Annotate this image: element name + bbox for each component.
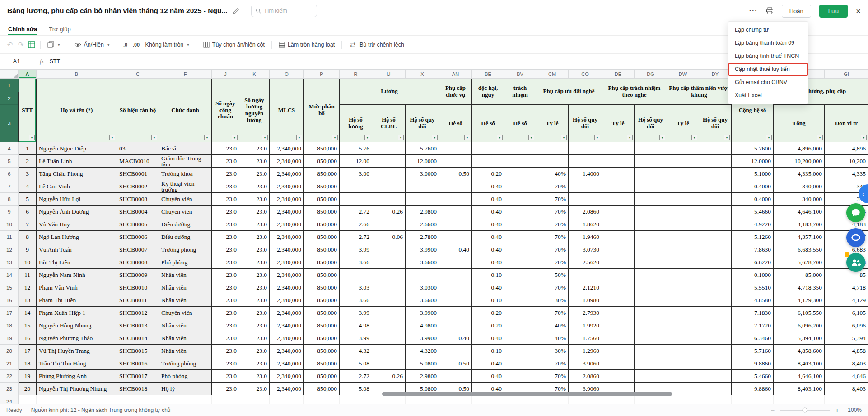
sheet-cell[interactable] xyxy=(699,218,732,231)
sheet-cell[interactable] xyxy=(667,256,699,269)
sheet-cell[interactable] xyxy=(602,307,635,319)
sheet-cell[interactable]: 3.66 xyxy=(340,256,372,269)
select-all-corner[interactable] xyxy=(0,70,19,79)
sheet-cell[interactable] xyxy=(439,206,472,218)
sheet-cell[interactable] xyxy=(667,155,699,168)
sheet-cell[interactable]: 5.7600 xyxy=(732,142,774,155)
sheet-cell[interactable]: 23.0 xyxy=(212,231,239,243)
sheet-cell[interactable] xyxy=(504,243,536,256)
row-header[interactable]: 20 xyxy=(0,345,19,357)
sheet-cell[interactable]: 4.3200 xyxy=(406,345,439,357)
filter-icon[interactable]: ▼ xyxy=(861,135,867,140)
sheet-cell[interactable] xyxy=(699,357,732,370)
sheet-cell[interactable] xyxy=(602,332,635,345)
sheet-header-cell[interactable]: Số hiệu cán bộ▼ xyxy=(117,79,159,142)
sheet-cell[interactable]: 23.0 xyxy=(212,142,239,155)
sheet-cell[interactable]: 9.8860 xyxy=(732,357,774,370)
sheet-cell[interactable]: 0.20 xyxy=(472,307,504,319)
sheet-cell[interactable]: 23.0 xyxy=(239,332,270,345)
sheet-cell[interactable]: 0.40 xyxy=(472,218,504,231)
sheet-group-header[interactable]: Phụ cấp thâm niên vượt khung xyxy=(667,79,732,105)
hide-show-button[interactable]: Ẩn/Hiện ▾ xyxy=(70,38,113,51)
sheet-cell[interactable]: 0.40 xyxy=(472,370,504,383)
sheet-cell[interactable]: 5 xyxy=(19,193,37,206)
sheet-cell[interactable] xyxy=(504,269,536,281)
sheet-cell[interactable] xyxy=(372,319,406,332)
sheet-cell[interactable]: 850,000 xyxy=(304,319,340,332)
sheet-cell[interactable] xyxy=(635,142,667,155)
chat-widget-button[interactable] xyxy=(846,203,865,222)
sheet-cell[interactable] xyxy=(504,231,536,243)
sheet-cell[interactable]: 850,000 xyxy=(304,193,340,206)
sheet-cell[interactable]: 850,000 xyxy=(304,332,340,345)
sheet-cell[interactable] xyxy=(569,142,602,155)
sheet-cell[interactable] xyxy=(699,332,732,345)
sheet-cell[interactable]: 0.40 xyxy=(472,231,504,243)
sheet-cell[interactable]: 3.03 xyxy=(340,281,372,294)
sheet-cell[interactable] xyxy=(667,345,699,357)
row-header[interactable]: 13 xyxy=(0,256,19,269)
sheet-cell[interactable] xyxy=(504,307,536,319)
link-widget-button[interactable] xyxy=(846,228,865,247)
sheet-cell[interactable] xyxy=(635,168,667,180)
sheet-cell[interactable] xyxy=(439,155,472,168)
sheet-cell[interactable]: 850,000 xyxy=(304,256,340,269)
row-header[interactable]: 19 xyxy=(0,332,19,345)
row-header[interactable]: 23 xyxy=(0,383,19,395)
sheet-cell[interactable]: 4,357,100 xyxy=(774,231,825,243)
sheet-cell[interactable]: 2.1210 xyxy=(569,281,602,294)
filter-icon[interactable]: ▼ xyxy=(398,135,404,140)
sheet-header-cell[interactable]: MLCS▼ xyxy=(270,79,304,142)
filter-icon[interactable]: ▼ xyxy=(364,135,370,140)
sheet-cell[interactable]: 850,000 xyxy=(304,231,340,243)
sheet-cell[interactable]: Trưởng phòng xyxy=(159,243,212,256)
sheet-cell[interactable]: SHCB0002 xyxy=(117,180,159,193)
sheet-cell[interactable]: 7.8630 xyxy=(732,243,774,256)
sheet-cell[interactable] xyxy=(439,294,472,307)
sheet-cell[interactable]: 2,340,000 xyxy=(270,370,304,383)
sheet-header-cell[interactable]: Hệ số lương▼ xyxy=(340,105,372,142)
sheet-cell[interactable]: 5.5510 xyxy=(732,281,774,294)
sheet-cell[interactable]: 3.00 xyxy=(340,168,372,180)
sheet-cell[interactable]: 70% xyxy=(536,256,569,269)
sheet-cell[interactable]: 2,340,000 xyxy=(270,206,304,218)
sheet-cell[interactable]: 1.0980 xyxy=(569,294,602,307)
sheet-cell[interactable] xyxy=(504,345,536,357)
sheet-cell[interactable]: 5.0800 xyxy=(406,357,439,370)
sheet-cell[interactable]: 850,000 xyxy=(304,218,340,231)
sheet-cell[interactable]: 40% xyxy=(536,319,569,332)
sheet-cell[interactable]: 7.1830 xyxy=(732,307,774,319)
sheet-cell[interactable]: Chuyên viên xyxy=(159,206,212,218)
sheet-cell[interactable] xyxy=(602,294,635,307)
sheet-cell[interactable]: 340,000 xyxy=(774,180,825,193)
sheet-cell[interactable] xyxy=(536,155,569,168)
sheet-cell[interactable]: 0.50 xyxy=(439,357,472,370)
sheet-cell[interactable] xyxy=(504,218,536,231)
save-button[interactable]: Lưu xyxy=(819,5,848,18)
sheet-cell[interactable]: 2.9800 xyxy=(406,370,439,383)
sheet-cell[interactable] xyxy=(667,206,699,218)
sheet-cell[interactable]: 12.0000 xyxy=(732,155,774,168)
row-header[interactable]: 11 xyxy=(0,231,19,243)
sheet-cell[interactable] xyxy=(602,231,635,243)
sheet-cell[interactable]: 2.9800 xyxy=(406,206,439,218)
sheet-cell[interactable]: 6.6220 xyxy=(732,256,774,269)
sheet-cell[interactable]: 4,896 xyxy=(825,142,868,155)
cell-name-box[interactable]: A1 xyxy=(0,54,33,69)
sheet-cell[interactable] xyxy=(372,168,406,180)
sheet-cell[interactable] xyxy=(372,243,406,256)
sheet-cell[interactable] xyxy=(504,370,536,383)
zoom-in-button[interactable]: + xyxy=(835,407,839,414)
sheet-cell[interactable]: 3.6600 xyxy=(406,294,439,307)
sheet-cell[interactable] xyxy=(635,193,667,206)
sheet-cell[interactable]: 0.26 xyxy=(372,206,406,218)
sheet-cell[interactable]: 3.9900 xyxy=(406,307,439,319)
sheet-cell[interactable]: 23.0 xyxy=(212,193,239,206)
menu-item[interactable]: Gửi email cho CBNV xyxy=(728,76,808,89)
sheet-cell[interactable]: 7 xyxy=(19,218,37,231)
sheet-cell[interactable]: 2,340,000 xyxy=(270,256,304,269)
sheet-cell[interactable] xyxy=(602,319,635,332)
column-header-letter[interactable]: F xyxy=(159,70,212,79)
sheet-cell[interactable]: 2,340,000 xyxy=(270,281,304,294)
sheet-cell[interactable]: 23.0 xyxy=(239,231,270,243)
